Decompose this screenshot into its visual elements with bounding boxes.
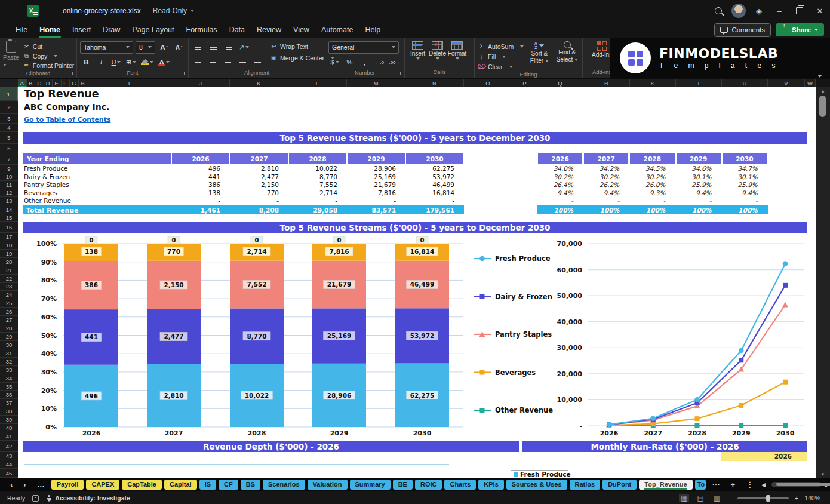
runrate-year-cell[interactable]: 2026	[721, 452, 807, 461]
new-sheet-button[interactable]: +	[727, 480, 740, 489]
row-header-24[interactable]: 24	[0, 291, 18, 299]
copy-button[interactable]: ⧉Copy	[23, 51, 74, 60]
wrap-text-button[interactable]: ↩Wrap Text	[270, 42, 334, 51]
zoom-slider[interactable]	[737, 497, 789, 499]
value-cell[interactable]: 62,275	[405, 165, 454, 172]
row-header-30[interactable]: 30	[0, 341, 18, 349]
row-header-19[interactable]: 19	[0, 250, 18, 258]
row-header-42[interactable]: 42	[0, 441, 18, 452]
row-header-13[interactable]: 13	[0, 197, 18, 205]
sheet-tab-summary[interactable]: Summary	[350, 480, 391, 490]
total-value-cell[interactable]: 29,058	[288, 207, 337, 214]
pct-cell[interactable]: -	[537, 197, 573, 204]
pct-cell[interactable]: 34.6%	[676, 165, 712, 172]
ribbon-collapse-button[interactable]	[818, 70, 822, 81]
row-header-43[interactable]: 43	[0, 452, 18, 460]
horizontal-scrollbar[interactable]	[771, 482, 822, 487]
row-header-27[interactable]: 27	[0, 316, 18, 324]
zoom-level[interactable]: 140%	[804, 494, 820, 502]
value-cell[interactable]: -	[347, 197, 396, 204]
row-header-33[interactable]: 33	[0, 366, 18, 374]
column-header-J[interactable]: J	[171, 79, 230, 87]
value-cell[interactable]: 7,816	[347, 189, 396, 196]
scroll-up-icon[interactable]: ▴	[816, 88, 830, 94]
font-color-button[interactable]: A	[157, 57, 171, 67]
row-header-45[interactable]: 45	[0, 469, 18, 478]
total-revenue-label[interactable]: Total Revenue	[26, 207, 79, 214]
value-cell[interactable]: 46,499	[405, 181, 454, 188]
total-value-cell[interactable]: 179,561	[405, 207, 454, 214]
row-header-9[interactable]: 9	[0, 165, 18, 173]
grow-font-button[interactable]: Aˆ	[158, 42, 170, 53]
row-header-41[interactable]: 41	[0, 432, 18, 441]
sheet-tab-capital[interactable]: Capital	[164, 480, 197, 490]
value-cell[interactable]: -	[171, 197, 220, 204]
total-pct-cell[interactable]: 100%	[722, 207, 758, 214]
decrease-decimal-button[interactable]: .00→	[388, 57, 401, 67]
row-header-40[interactable]: 40	[0, 424, 18, 432]
sheet-tab-sources-uses[interactable]: Sources & Uses	[506, 480, 567, 490]
column-header-A[interactable]: A	[18, 79, 27, 87]
column-header-F[interactable]: F	[62, 79, 70, 87]
find-select-button[interactable]: Find &Select	[555, 41, 579, 71]
value-cell[interactable]: 25,169	[347, 173, 396, 180]
align-center-button[interactable]	[207, 57, 219, 67]
horizontal-scroll-thumb[interactable]	[776, 483, 830, 486]
pct-year-header-2029[interactable]: 2029	[677, 153, 721, 164]
menu-item-insert[interactable]: Insert	[66, 21, 97, 38]
row-header-14[interactable]: 14	[0, 205, 18, 214]
bold-button[interactable]: B	[80, 57, 93, 67]
row-header-1[interactable]: 1	[0, 87, 18, 101]
row-header-21[interactable]: 21	[0, 266, 18, 275]
column-header-P[interactable]: P	[512, 79, 537, 87]
align-top-button[interactable]	[192, 42, 204, 53]
row-header-22[interactable]: 22	[0, 275, 18, 283]
pct-cell[interactable]: 25.9%	[722, 181, 758, 188]
value-cell[interactable]: 138	[171, 189, 220, 196]
menu-item-automate[interactable]: Automate	[315, 21, 359, 38]
row-header-37[interactable]: 37	[0, 399, 18, 407]
row-header-4[interactable]: 4	[0, 124, 18, 132]
total-value-cell[interactable]: 1,461	[171, 207, 220, 214]
menu-item-file[interactable]: File	[10, 21, 33, 38]
sheet-tab-dupont[interactable]: DuPont	[602, 480, 637, 490]
value-cell[interactable]: 386	[171, 181, 220, 188]
close-button[interactable]: ✕	[810, 0, 830, 21]
pct-year-header-2030[interactable]: 2030	[723, 153, 767, 164]
value-cell[interactable]: 770	[230, 189, 279, 196]
menu-item-review[interactable]: Review	[251, 21, 287, 38]
hscroll-left-icon[interactable]: ◂	[760, 480, 767, 489]
row-label-pantry-staples[interactable]: Pantry Staples	[24, 181, 69, 188]
value-cell[interactable]: 2,477	[230, 173, 279, 180]
search-button[interactable]	[708, 0, 728, 21]
row-header-20[interactable]: 20	[0, 258, 18, 266]
number-dialog-launcher-icon[interactable]	[397, 72, 401, 75]
sheet-tab-top-revenue[interactable]: Top_Revenue	[639, 480, 692, 490]
row-header-25[interactable]: 25	[0, 299, 18, 308]
align-middle-button[interactable]	[207, 42, 220, 53]
account-avatar[interactable]	[728, 0, 749, 21]
sheet-tab-ratios[interactable]: Ratios	[570, 480, 601, 490]
column-header-W[interactable]: W	[805, 79, 816, 87]
menu-item-view[interactable]: View	[287, 21, 315, 38]
number-format-select[interactable]: General	[328, 41, 399, 54]
share-button[interactable]: Share	[776, 23, 824, 36]
pct-year-header-2027[interactable]: 2027	[584, 153, 628, 164]
clear-button[interactable]: ⌦Clear	[478, 62, 524, 71]
zoom-in-button[interactable]: +	[795, 494, 798, 502]
pct-cell[interactable]: 30.1%	[722, 173, 758, 180]
menu-item-help[interactable]: Help	[359, 21, 386, 38]
pct-cell[interactable]: 9.4%	[583, 189, 619, 196]
page-break-view-button[interactable]: ▥	[712, 494, 722, 502]
pct-cell[interactable]: 26.4%	[537, 181, 573, 188]
insert-cells-button[interactable]: Insert	[408, 41, 428, 67]
row-header-35[interactable]: 35	[0, 383, 18, 391]
row-header-17[interactable]: 17	[0, 233, 18, 241]
accounting-format-button[interactable]: $	[328, 57, 341, 67]
pct-cell[interactable]: 30.2%	[629, 173, 665, 180]
column-header-D[interactable]: D	[44, 79, 53, 87]
menu-item-home[interactable]: Home	[33, 21, 66, 38]
tabs-prev-icon[interactable]: ‹	[6, 480, 17, 489]
total-pct-cell[interactable]: 100%	[537, 207, 573, 214]
value-cell[interactable]: 441	[171, 173, 220, 180]
